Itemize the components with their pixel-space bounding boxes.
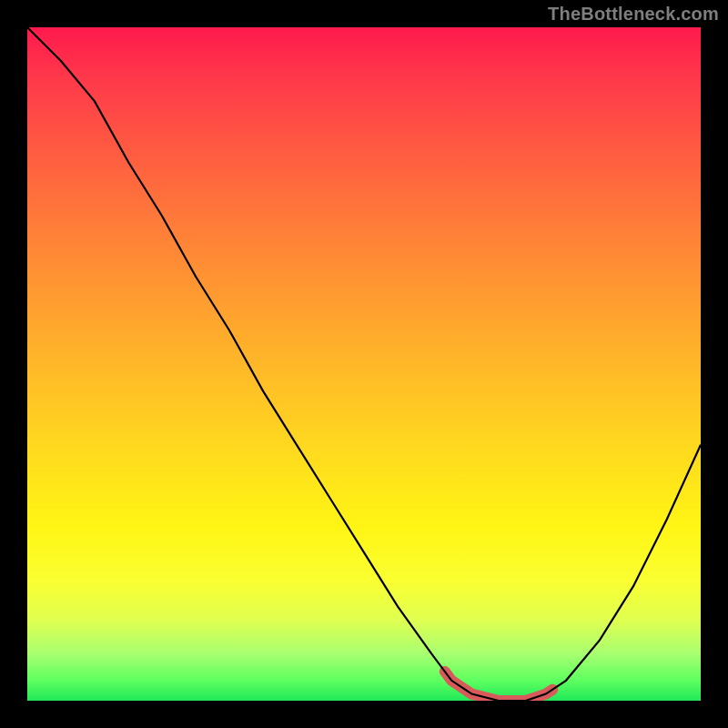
attribution-label: TheBottleneck.com: [548, 4, 719, 25]
chart-svg: [27, 27, 701, 701]
bottleneck-curve: [27, 27, 701, 701]
plot-area: [27, 27, 701, 701]
chart-frame: TheBottleneck.com: [0, 0, 728, 728]
